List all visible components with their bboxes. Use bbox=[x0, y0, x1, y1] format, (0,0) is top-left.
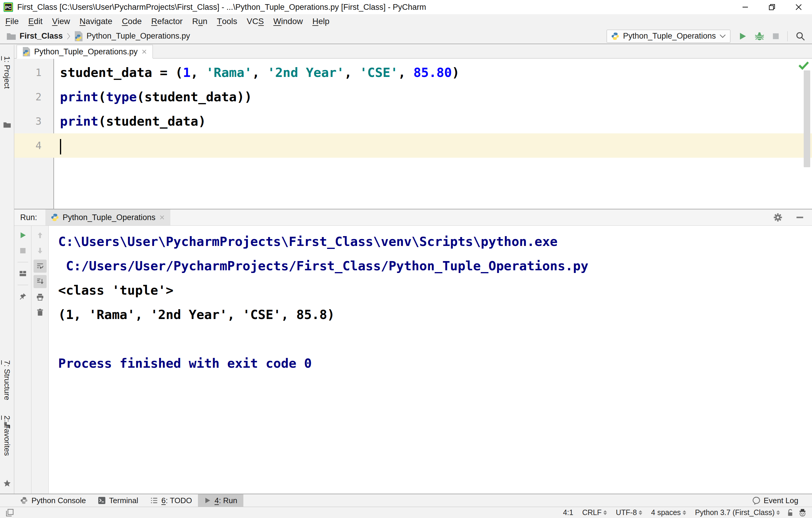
print-button[interactable] bbox=[33, 291, 47, 304]
run-tab-python-tuple-operations[interactable]: Python_Tuple_Operations bbox=[46, 210, 170, 225]
menu-run[interactable]: Run bbox=[187, 14, 212, 28]
python-icon bbox=[51, 213, 59, 222]
toolbar-divider bbox=[18, 285, 28, 285]
unlocked-icon[interactable] bbox=[786, 509, 794, 517]
updown-arrows-icon bbox=[639, 510, 642, 515]
menu-tools[interactable]: Tools bbox=[212, 14, 242, 28]
toolbar-right: Python_Tuple_Operations bbox=[607, 30, 806, 43]
tool-window-python-console[interactable]: Python Console bbox=[14, 494, 92, 507]
event-log-button[interactable]: Event Log bbox=[752, 496, 799, 505]
tool-window-favorites[interactable]: 2: Favorites bbox=[2, 415, 11, 456]
breadcrumb-project[interactable]: First_Class bbox=[20, 31, 63, 41]
code-line-3: print(student_data) bbox=[55, 109, 812, 133]
indent-widget[interactable]: 4 spaces bbox=[649, 508, 689, 517]
inspections-ok-icon[interactable] bbox=[799, 61, 809, 70]
center-column: Python_Tuple_Operations.py 1 2 3 4 stude… bbox=[14, 45, 812, 494]
settings-gear-icon[interactable] bbox=[774, 213, 782, 222]
debug-button[interactable] bbox=[755, 31, 764, 41]
clear-console-button[interactable] bbox=[33, 306, 47, 319]
hector-inspector-icon[interactable] bbox=[799, 509, 807, 517]
restore-layout-button[interactable] bbox=[16, 267, 29, 280]
chevron-right-icon bbox=[66, 33, 70, 40]
code-line-2: print(type(student_data)) bbox=[55, 85, 812, 109]
run-console-output[interactable]: C:\Users\User\PycharmProjects\First_Clas… bbox=[49, 226, 812, 494]
navigation-toolbar: First_Class Python_Tuple_Operations.py P… bbox=[0, 28, 812, 44]
pycharm-logo-icon: PC bbox=[4, 2, 13, 12]
hide-panel-icon[interactable] bbox=[795, 213, 804, 222]
toolbar-divider bbox=[18, 262, 28, 262]
soft-wrap-button[interactable] bbox=[33, 260, 47, 273]
close-icon[interactable] bbox=[159, 214, 165, 220]
run-header-actions bbox=[774, 213, 804, 222]
close-icon[interactable] bbox=[141, 49, 147, 55]
tool-window-run[interactable]: 4: Run bbox=[198, 494, 243, 507]
stop-button[interactable] bbox=[772, 32, 780, 40]
console-line: (1, 'Rama', '2nd Year', 'CSE', 85.8) bbox=[58, 302, 812, 327]
menu-window[interactable]: Window bbox=[269, 14, 308, 28]
run-panel-header: Run: Python_Tuple_Operations bbox=[14, 210, 812, 226]
breadcrumb-file[interactable]: Python_Tuple_Operations.py bbox=[87, 31, 190, 41]
line-number: 4 bbox=[14, 133, 41, 158]
up-stacktrace-button[interactable] bbox=[33, 229, 47, 242]
python-icon bbox=[611, 32, 619, 40]
menu-refactor[interactable]: Refactor bbox=[147, 14, 187, 28]
menu-code[interactable]: Code bbox=[117, 14, 147, 28]
title-bar: PC First_Class [C:\Users\User\PycharmPro… bbox=[0, 0, 812, 14]
editor-tab-python-tuple-operations[interactable]: Python_Tuple_Operations.py bbox=[17, 45, 153, 58]
toolbar-separator bbox=[787, 31, 788, 41]
updown-arrows-icon bbox=[776, 510, 780, 515]
console-line: <class 'tuple'> bbox=[58, 278, 812, 302]
console-line: Process finished with exit code 0 bbox=[58, 351, 812, 376]
python-console-icon bbox=[20, 497, 28, 505]
restore-button[interactable] bbox=[759, 0, 785, 14]
line-number: 2 bbox=[14, 85, 41, 109]
editor-tab-label: Python_Tuple_Operations.py bbox=[34, 47, 138, 56]
scroll-to-end-button[interactable] bbox=[33, 275, 47, 288]
pin-tab-button[interactable] bbox=[16, 290, 29, 303]
run-tab-label: Python_Tuple_Operations bbox=[63, 213, 155, 222]
run-configuration-select[interactable]: Python_Tuple_Operations bbox=[607, 30, 730, 43]
interpreter-widget[interactable]: Python 3.7 (First_Class) bbox=[693, 508, 782, 517]
console-line: C:/Users/User/PycharmProjects/First_Clas… bbox=[58, 254, 812, 278]
run-toolbar-primary bbox=[14, 226, 31, 494]
encoding-widget[interactable]: UTF-8 bbox=[613, 508, 645, 517]
left-tool-strip: 1: Project 7: Structure 2: Favorites bbox=[0, 45, 14, 494]
editor-tab-bar: Python_Tuple_Operations.py bbox=[14, 45, 812, 58]
line-numbers: 1 2 3 4 bbox=[14, 60, 41, 158]
menu-edit[interactable]: Edit bbox=[24, 14, 47, 28]
code-editor[interactable]: 1 2 3 4 student_data = (1, 'Rama', '2nd … bbox=[14, 58, 812, 209]
down-stacktrace-button[interactable] bbox=[33, 244, 47, 257]
code-line-4 bbox=[55, 133, 812, 158]
minimize-button[interactable] bbox=[732, 0, 759, 14]
menu-view[interactable]: View bbox=[47, 14, 75, 28]
menu-vcs[interactable]: VCS bbox=[242, 14, 269, 28]
run-panel-title: Run: bbox=[20, 213, 37, 222]
tool-window-todo[interactable]: 6: TODO bbox=[144, 494, 198, 507]
status-widgets: 4:1 CRLF UTF-8 4 spaces Python 3.7 (Firs… bbox=[561, 508, 807, 517]
rerun-button[interactable] bbox=[16, 229, 29, 242]
favorites-star-icon bbox=[3, 479, 11, 487]
window-title: First_Class [C:\Users\User\PycharmProjec… bbox=[17, 3, 426, 12]
console-line bbox=[58, 327, 812, 351]
stop-process-button[interactable] bbox=[16, 244, 29, 257]
menu-help[interactable]: Help bbox=[308, 14, 335, 28]
line-separator-widget[interactable]: CRLF bbox=[580, 508, 609, 517]
toggle-tool-buttons-icon[interactable] bbox=[5, 508, 14, 517]
run-play-icon bbox=[204, 497, 211, 504]
run-button[interactable] bbox=[738, 32, 747, 41]
tool-window-terminal[interactable]: Terminal bbox=[92, 494, 144, 507]
search-everywhere-icon[interactable] bbox=[795, 31, 806, 41]
run-tool-window: Run: Python_Tuple_Operations bbox=[14, 209, 812, 494]
editor-scrollbar[interactable] bbox=[804, 71, 810, 167]
folder-icon bbox=[6, 32, 16, 40]
python-file-icon bbox=[22, 47, 31, 56]
tool-window-structure[interactable]: 7: Structure bbox=[2, 360, 11, 400]
code-area[interactable]: student_data = (1, 'Rama', '2nd Year', '… bbox=[55, 60, 812, 158]
caret-position-widget[interactable]: 4:1 bbox=[561, 508, 576, 517]
close-button[interactable] bbox=[785, 0, 812, 14]
menu-file[interactable]: File bbox=[1, 14, 24, 28]
tool-window-project[interactable]: 1: Project bbox=[2, 56, 11, 89]
text-cursor bbox=[60, 139, 61, 155]
menu-navigate[interactable]: Navigate bbox=[75, 14, 117, 28]
run-panel-body: C:\Users\User\PycharmProjects\First_Clas… bbox=[14, 226, 812, 494]
